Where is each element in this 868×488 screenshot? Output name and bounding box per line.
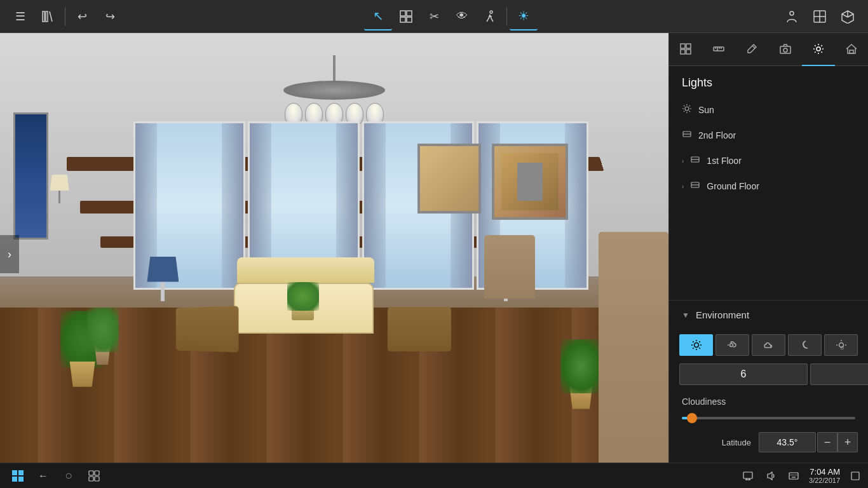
cloudiness-row: Cloudiness xyxy=(669,390,868,427)
panel-icon-camera[interactable] xyxy=(769,33,802,66)
cloudiness-slider[interactable] xyxy=(682,412,855,424)
floor-icon-1 xyxy=(690,154,700,167)
svg-line-59 xyxy=(693,348,693,348)
right-panel: Lights Sun xyxy=(668,33,868,488)
menu-button[interactable]: ☰ xyxy=(6,3,34,30)
lamp-left xyxy=(147,257,179,308)
3d-button[interactable] xyxy=(834,3,862,30)
view2d-icon xyxy=(813,10,827,24)
keyboard-icon xyxy=(789,472,799,480)
viewport[interactable]: › xyxy=(0,33,668,475)
sun-button[interactable]: ☀ xyxy=(510,3,538,30)
slider-thumb[interactable] xyxy=(687,413,697,423)
keyboard-button[interactable] xyxy=(786,468,801,484)
svg-rect-68 xyxy=(12,470,17,475)
svg-rect-15 xyxy=(686,44,691,48)
light-item-sun[interactable]: Sun xyxy=(669,97,868,123)
dining-chair-1 xyxy=(484,235,535,299)
panel-icon-bar xyxy=(669,33,868,66)
sky-dawn-button[interactable]: ⊙ xyxy=(824,334,858,356)
start-button[interactable] xyxy=(5,463,31,489)
svg-line-56 xyxy=(693,341,693,342)
back-button[interactable]: ← xyxy=(31,463,56,489)
time-hour-input[interactable] xyxy=(679,363,808,385)
time-minute-input[interactable] xyxy=(810,363,868,385)
armchair-2 xyxy=(388,307,451,351)
notification-button[interactable] xyxy=(848,468,863,484)
top-toolbar: ☰ ↩ ↪ ↖ ✂ 👁 ☀ xyxy=(0,0,868,33)
panel-icon-measure[interactable] xyxy=(702,33,735,66)
latitude-plus-button[interactable]: + xyxy=(837,432,858,452)
redo-icon: ↪ xyxy=(105,10,115,24)
plant-center xyxy=(287,282,319,320)
walk-button[interactable] xyxy=(476,3,504,30)
panel-icon-home[interactable] xyxy=(835,33,868,66)
paint-icon xyxy=(745,43,758,55)
scissors-button[interactable]: ✂ xyxy=(420,3,448,30)
svg-line-57 xyxy=(699,348,700,348)
svg-rect-1 xyxy=(46,11,48,22)
library-button[interactable] xyxy=(34,3,62,30)
svg-rect-5 xyxy=(407,17,412,22)
view-button[interactable]: 👁 xyxy=(448,3,476,30)
cortana-button[interactable]: ○ xyxy=(56,463,81,489)
environment-title: Environment xyxy=(696,309,749,320)
chandelier-base xyxy=(283,81,385,100)
svg-rect-14 xyxy=(681,44,685,48)
panel-spacer xyxy=(669,199,868,300)
svg-rect-17 xyxy=(686,50,691,54)
light-item-2nd-floor[interactable]: 2nd Floor xyxy=(669,123,868,148)
lights-title: Lights xyxy=(669,66,868,97)
sky-partly-cloudy-button[interactable] xyxy=(715,334,749,356)
time-inputs-row xyxy=(669,361,868,390)
plant-pot xyxy=(67,362,98,387)
svg-line-41 xyxy=(684,105,684,106)
objects-button[interactable] xyxy=(392,3,420,30)
3d-icon xyxy=(841,10,855,24)
latitude-minus-button[interactable]: − xyxy=(817,432,837,452)
wall-sconce-left xyxy=(47,175,72,207)
svg-rect-2 xyxy=(400,11,405,16)
floor-icon-ground xyxy=(690,180,700,193)
view2d-button[interactable] xyxy=(806,3,834,30)
svg-line-42 xyxy=(689,111,690,112)
chandelier xyxy=(283,55,385,125)
svg-point-60 xyxy=(729,344,733,347)
dining-chair-2 xyxy=(599,232,668,475)
env-chevron-icon: ▼ xyxy=(682,311,689,320)
environment-header[interactable]: ▼ Environment xyxy=(669,301,868,329)
light-item-ground-floor[interactable]: › Ground Floor xyxy=(669,173,868,199)
taskbar-right: 7:04 AM 3/22/2017 xyxy=(740,467,863,485)
nav-arrow-left[interactable]: › xyxy=(0,235,19,273)
light-item-1st-floor[interactable]: › 1st Floor xyxy=(669,148,868,173)
taskbar-date-display: 3/22/2017 xyxy=(809,477,840,484)
chandelier-rod xyxy=(333,55,336,81)
panel-icon-paint[interactable] xyxy=(735,33,768,66)
svg-point-7 xyxy=(790,11,794,15)
svg-rect-0 xyxy=(43,11,44,22)
slider-track xyxy=(682,417,855,419)
clear-sky-icon xyxy=(691,339,702,351)
select-button[interactable]: ↖ xyxy=(364,3,392,30)
latitude-input[interactable] xyxy=(759,432,816,452)
monitor-icon-button[interactable] xyxy=(740,468,756,484)
svg-line-33 xyxy=(821,45,822,46)
lamp-base-left xyxy=(161,282,165,301)
plant-small xyxy=(87,308,119,365)
sky-night-button[interactable] xyxy=(788,334,822,356)
redo-button[interactable]: ↪ xyxy=(96,3,124,30)
sky-cloudy-button[interactable] xyxy=(752,334,785,356)
person-button[interactable] xyxy=(778,3,806,30)
taskbar-time-display: 7:04 AM xyxy=(809,467,840,477)
2nd-floor-label: 2nd Floor xyxy=(698,130,736,140)
svg-line-13 xyxy=(848,14,853,17)
sky-clear-button[interactable] xyxy=(679,334,713,356)
partly-cloudy-icon xyxy=(727,339,738,351)
undo-button[interactable]: ↩ xyxy=(68,3,96,30)
panel-icon-lighting[interactable] xyxy=(802,33,835,66)
lighting-icon xyxy=(812,43,825,55)
sun-icon: ☀ xyxy=(518,8,529,24)
panel-icon-build[interactable] xyxy=(669,33,702,66)
speaker-button[interactable] xyxy=(763,468,778,484)
task-view-button[interactable] xyxy=(81,463,107,489)
